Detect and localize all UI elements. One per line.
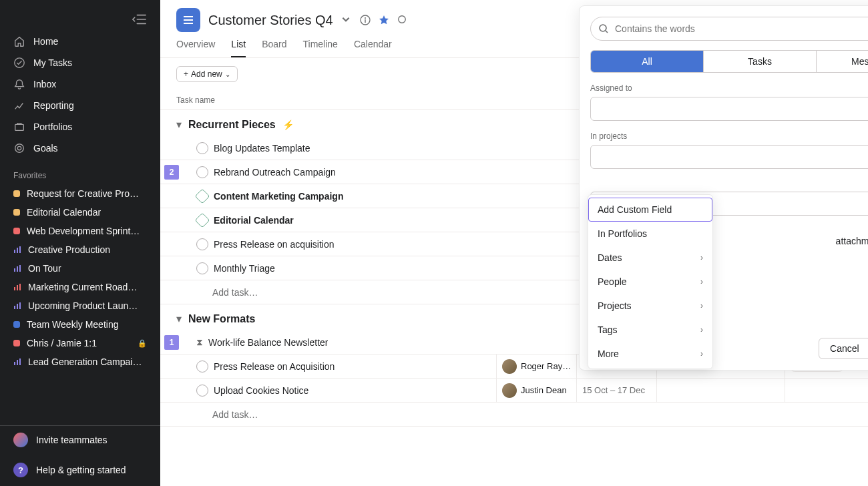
dropdown-in-portfolios[interactable]: In Portfolios: [588, 222, 712, 246]
callout-badge: 2: [164, 165, 179, 180]
search-icon: [598, 23, 609, 34]
bell-icon: [13, 78, 25, 90]
svg-rect-24: [365, 19, 365, 23]
segment-messages[interactable]: Messages: [817, 51, 868, 72]
favorite-item[interactable]: Marketing Current Road…: [0, 278, 160, 296]
svg-rect-18: [19, 358, 21, 365]
svg-rect-19: [184, 16, 193, 17]
task-name: Monthly Triage: [214, 263, 275, 274]
assignee-avatar: [502, 383, 517, 398]
assignee-avatar: [502, 359, 517, 374]
nav-home[interactable]: Home: [0, 31, 160, 52]
complete-toggle[interactable]: [196, 238, 208, 250]
complete-toggle[interactable]: [196, 166, 208, 178]
sidebar-collapse-icon[interactable]: [132, 13, 147, 25]
in-projects-input[interactable]: [590, 145, 868, 169]
search-input[interactable]: [590, 17, 868, 41]
project-marker-icon[interactable]: [195, 188, 210, 204]
project-icon[interactable]: [176, 8, 200, 32]
svg-rect-10: [14, 287, 15, 290]
dropdown-dates[interactable]: Dates›: [588, 246, 712, 270]
nav-label: Portfolios: [33, 121, 72, 132]
home-icon: [13, 35, 25, 47]
dropdown-tags[interactable]: Tags›: [588, 318, 712, 342]
svg-rect-5: [17, 248, 18, 253]
target-icon: [13, 142, 25, 154]
assignee-name: Justin Dean: [521, 385, 567, 395]
caret-down-icon[interactable]: ▾: [176, 312, 182, 325]
section-title: Recurrent Pieces: [188, 119, 276, 131]
favorite-item[interactable]: Lead Generation Campai…: [0, 352, 160, 371]
favorite-item[interactable]: Web Development Sprint…: [0, 222, 160, 240]
favorite-item[interactable]: Editorial Calendar: [0, 203, 160, 222]
chevron-right-icon: ›: [700, 325, 703, 334]
nav-label: Home: [33, 36, 58, 47]
complete-toggle[interactable]: [196, 385, 208, 397]
favorite-item[interactable]: Team Weekly Meeting: [0, 315, 160, 334]
sidebar: Home My Tasks Inbox Reporting Portfolios…: [0, 0, 160, 486]
dropdown-projects[interactable]: Projects›: [588, 294, 712, 318]
chevron-down-icon: ⌄: [225, 71, 230, 78]
favorite-item[interactable]: Request for Creative Pro…: [0, 184, 160, 203]
segment-control: All Tasks Messages: [590, 50, 868, 73]
svg-rect-17: [17, 360, 18, 365]
add-task-label: Add task…: [212, 287, 258, 298]
task-row[interactable]: Upload Cookies Notice Justin Dean 15 Oct…: [160, 379, 868, 403]
nav-label: Inbox: [33, 79, 56, 89]
svg-rect-7: [14, 268, 15, 272]
field-label-assigned: Assigned to: [590, 83, 868, 93]
caret-down-icon[interactable]: ▾: [176, 118, 182, 131]
segment-tasks[interactable]: Tasks: [704, 51, 817, 72]
lock-icon: 🔒: [138, 339, 147, 348]
cancel-button[interactable]: Cancel: [819, 338, 868, 359]
section-title: New Formats: [188, 313, 255, 325]
add-new-button[interactable]: + Add new ⌄: [176, 66, 238, 82]
nav-label: My Tasks: [33, 57, 72, 68]
invite-avatar-icon: [13, 433, 28, 447]
help-getting-started[interactable]: ? Help & getting started: [0, 454, 160, 486]
column-task-name[interactable]: Task name: [176, 95, 480, 105]
info-icon[interactable]: [360, 15, 371, 25]
project-dot: [13, 340, 20, 346]
tab-list[interactable]: List: [231, 39, 246, 57]
task-name: Editorial Calendar: [214, 215, 294, 226]
dropdown-people[interactable]: People›: [588, 270, 712, 294]
nav-portfolios[interactable]: Portfolios: [0, 116, 160, 138]
nav-mytasks[interactable]: My Tasks: [0, 52, 160, 73]
task-name: Rebrand Outreach Campaign: [214, 167, 336, 178]
svg-rect-1: [15, 124, 24, 130]
task-name: Press Release on acquisition: [214, 239, 335, 250]
status-icon[interactable]: [397, 15, 408, 25]
svg-point-26: [600, 25, 606, 31]
invite-teammates[interactable]: Invite teammates: [0, 426, 160, 454]
chevron-down-icon[interactable]: [341, 15, 352, 25]
assigned-to-input[interactable]: [590, 97, 868, 121]
favorite-item[interactable]: On Tour: [0, 259, 160, 278]
task-name: Upload Cookies Notice: [214, 385, 308, 396]
bars-icon: [13, 246, 21, 254]
tab-timeline[interactable]: Timeline: [303, 39, 338, 57]
folder-icon: [13, 121, 25, 133]
star-icon[interactable]: [379, 15, 389, 25]
project-dot: [13, 209, 20, 216]
favorite-item[interactable]: Chris / Jamie 1:1🔒: [0, 334, 160, 352]
favorite-item[interactable]: Creative Production: [0, 240, 160, 259]
nav-reporting[interactable]: Reporting: [0, 95, 160, 116]
tab-board[interactable]: Board: [262, 39, 286, 57]
complete-toggle[interactable]: [196, 262, 208, 274]
nav-goals[interactable]: Goals: [0, 138, 160, 159]
dropdown-add-custom-field[interactable]: Add Custom Field: [588, 198, 712, 222]
tab-overview[interactable]: Overview: [176, 39, 215, 57]
add-task-row[interactable]: Add task…: [160, 403, 868, 427]
complete-toggle[interactable]: [196, 142, 208, 154]
svg-rect-21: [184, 23, 193, 24]
chevron-right-icon: ›: [700, 349, 703, 358]
nav-inbox[interactable]: Inbox: [0, 73, 160, 95]
plus-icon: +: [184, 69, 188, 79]
segment-all[interactable]: All: [591, 51, 704, 72]
complete-toggle[interactable]: [196, 360, 208, 373]
project-marker-icon[interactable]: [195, 212, 210, 228]
favorite-item[interactable]: Upcoming Product Laun…: [0, 296, 160, 315]
dropdown-more[interactable]: More›: [588, 342, 712, 366]
tab-calendar[interactable]: Calendar: [354, 39, 392, 57]
